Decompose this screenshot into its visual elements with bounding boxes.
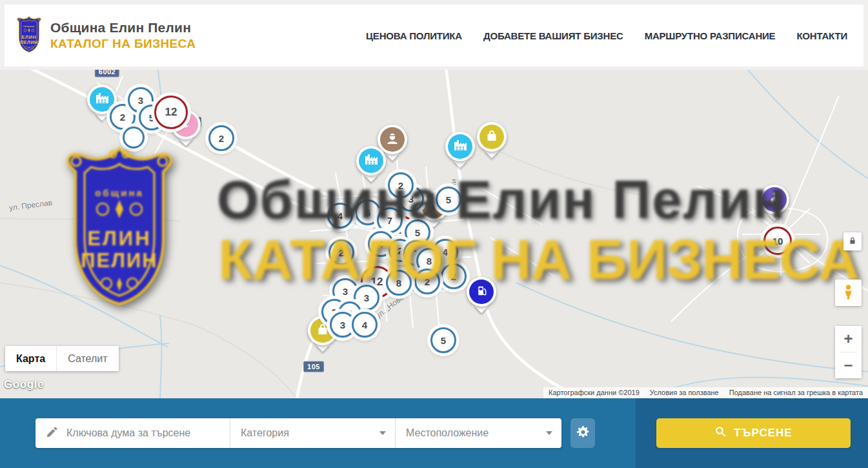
municipality-crest-logo-icon <box>14 15 44 56</box>
location-select[interactable]: Местоположение <box>395 418 561 448</box>
cluster-marker[interactable]: 8 <box>386 270 412 296</box>
page: Община Елин Пелин КАТАЛОГ НА БИЗНЕСА ЦЕН… <box>0 0 868 468</box>
google-logo[interactable]: Google <box>4 378 44 391</box>
nav-contacts[interactable]: КОНТАКТИ <box>796 30 847 41</box>
category-select[interactable]: Категория <box>230 418 395 448</box>
fuel-icon <box>474 283 489 301</box>
cluster-marker[interactable]: 5 <box>430 327 456 353</box>
header: Община Елин Пелин КАТАЛОГ НА БИЗНЕСА ЦЕН… <box>5 5 863 66</box>
bag-icon <box>484 128 500 146</box>
map-type-map-button[interactable]: Карта <box>5 346 56 371</box>
cluster-marker[interactable]: 2 <box>328 239 354 265</box>
factory-map-pin[interactable] <box>445 132 475 161</box>
cluster-marker[interactable]: 2 <box>414 269 440 294</box>
zoom-control: + − <box>835 326 862 378</box>
cluster-marker[interactable] <box>123 127 145 148</box>
keyword-input[interactable] <box>66 427 222 439</box>
site-title: Община Елин Пелин <box>50 20 196 36</box>
nav-route-schedule[interactable]: МАРШРУТНО РАЗПИСАНИЕ <box>645 30 776 41</box>
chevron-down-icon <box>379 431 386 435</box>
nav-add-your-business[interactable]: ДОБАВЕТЕ ВАШИЯТ БИЗНЕС <box>483 30 623 41</box>
factory-map-pin[interactable] <box>356 146 386 176</box>
worker-icon <box>385 130 400 148</box>
cluster-marker[interactable]: 2 <box>208 125 234 151</box>
search-icon <box>714 425 727 441</box>
cluster-marker[interactable]: 2 <box>388 172 414 198</box>
map-attribution: Картографски данни ©2019 Условия за полз… <box>543 387 868 398</box>
chevron-down-icon <box>546 431 552 435</box>
lock-button[interactable] <box>843 232 862 250</box>
bag-map-pin[interactable] <box>477 122 507 152</box>
church-icon <box>767 190 782 209</box>
map-type-control: Карта Сателит <box>5 346 119 371</box>
cluster-marker[interactable]: 4 <box>327 203 353 229</box>
lock-icon <box>847 236 858 248</box>
terms-of-use-link[interactable]: Условия за ползване <box>650 389 719 396</box>
advanced-filters-gear-button[interactable] <box>570 418 595 448</box>
location-select-value: Местоположение <box>406 427 489 439</box>
pencil-icon <box>46 425 59 441</box>
road-number-chip: 105 <box>303 361 324 372</box>
category-select-value: Категория <box>241 427 289 439</box>
report-map-error-link[interactable]: Подаване на сигнал за грешка в картата <box>729 389 863 396</box>
factory-icon <box>452 137 468 156</box>
gear-icon <box>576 425 590 442</box>
site-subtitle: КАТАЛОГ НА БИЗНЕСА <box>50 37 196 51</box>
factory-icon <box>94 90 110 108</box>
main-nav: ЦЕНОВА ПОЛИТИКА ДОБАВЕТЕ ВАШИЯТ БИЗНЕС М… <box>366 30 863 41</box>
cluster-marker[interactable]: 10 <box>763 227 792 255</box>
cluster-marker[interactable]: 5 <box>436 187 461 212</box>
brand[interactable]: Община Елин Пелин КАТАЛОГ НА БИЗНЕСА <box>5 15 196 56</box>
map-type-satellite-button[interactable]: Сателит <box>56 346 118 371</box>
search-button-label: ТЪРСЕНЕ <box>734 427 792 440</box>
search-bar: Категория Местоположение ТЪРСЕНЕ <box>0 398 868 468</box>
cluster-marker[interactable]: 2 <box>441 263 467 289</box>
bag-icon <box>315 321 330 340</box>
cluster-marker[interactable]: 4 <box>352 312 378 338</box>
street-view-pegman-button[interactable] <box>835 280 862 306</box>
cluster-marker[interactable]: 7 <box>377 207 403 233</box>
church-map-pin[interactable] <box>760 185 789 214</box>
cluster-marker[interactable]: 12 <box>154 96 188 129</box>
nav-pricing-policy[interactable]: ЦЕНОВА ПОЛИТИКА <box>366 30 462 41</box>
road-number-chip: 6002 <box>95 70 119 77</box>
pegman-icon <box>840 283 857 303</box>
zoom-out-button[interactable]: − <box>835 352 862 378</box>
fuel-map-pin[interactable] <box>467 277 496 307</box>
search-button[interactable]: ТЪРСЕНЕ <box>656 418 851 448</box>
attribution-copyright: Картографски данни ©2019 <box>549 389 640 396</box>
search-fields: Категория Местоположение <box>35 418 561 448</box>
factory-icon <box>363 152 379 170</box>
map-canvas[interactable]: 2351223256413754274822212833383451060021… <box>0 70 868 398</box>
keyword-field[interactable] <box>35 418 230 448</box>
zoom-in-button[interactable]: + <box>835 326 862 352</box>
